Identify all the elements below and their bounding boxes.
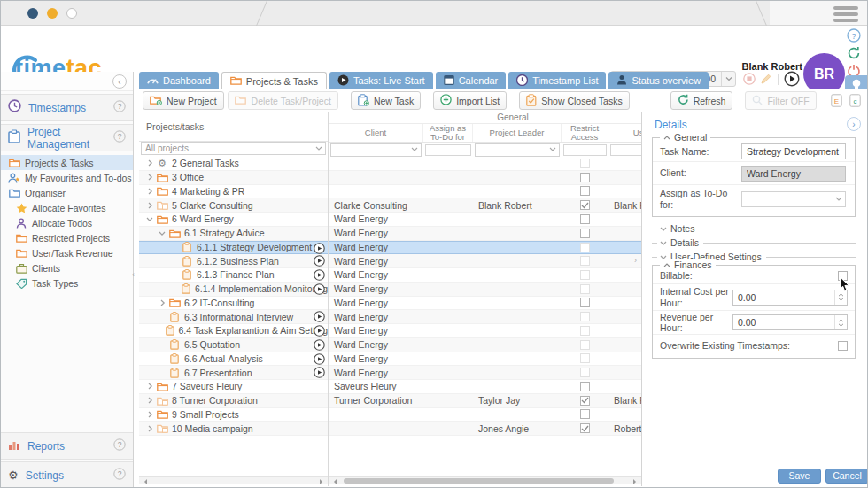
grid-row[interactable]: Ward Energy xyxy=(329,338,641,352)
spinner-arrows-icon[interactable] xyxy=(834,290,847,305)
sidebar-divider-collapse-icon[interactable]: ‹ xyxy=(132,270,135,279)
task-name-input[interactable] xyxy=(741,143,846,159)
tree-row[interactable]: 10 Media campaign xyxy=(139,422,328,436)
tree-row[interactable]: 5 Clarke Consulting xyxy=(139,198,328,213)
restrict-access-checkbox[interactable] xyxy=(580,186,590,196)
details-collapse-button[interactable]: › xyxy=(847,117,861,131)
tree-row[interactable]: 6.1.2 Business Plan xyxy=(139,254,328,268)
tree-row[interactable]: 6.6 Actual-Analysis xyxy=(139,352,328,367)
help-circle-icon[interactable]: ? xyxy=(113,468,126,484)
grid-row[interactable]: Ward Energy xyxy=(329,366,641,380)
task-play-button[interactable] xyxy=(314,339,325,351)
tree-row[interactable]: 6.7 Presentation xyxy=(139,366,328,380)
tree-row[interactable]: 6.1.1 Strategy Development xyxy=(139,241,328,255)
sidebar-item-my-favourites-and-to-dos[interactable]: My Favourites and To-dos xyxy=(1,170,133,185)
chevron-right-icon[interactable] xyxy=(144,174,155,181)
tab-timestamp-list[interactable]: Timestamp List xyxy=(508,72,606,89)
chevron-right-icon[interactable] xyxy=(157,299,167,306)
leader-filter-select[interactable] xyxy=(475,143,560,157)
sidebar-item-clients[interactable]: Clients xyxy=(1,260,133,275)
chevron-down-icon[interactable] xyxy=(157,230,167,236)
restrict-filter-input[interactable] xyxy=(563,144,607,156)
restrict-access-checkbox[interactable] xyxy=(580,200,590,210)
column-header-project-leader[interactable]: Project Leader xyxy=(473,124,562,142)
task-play-button[interactable] xyxy=(314,243,325,254)
tree-row[interactable]: 6.4 Task Explanantion & Aim Setting xyxy=(139,324,328,338)
overwrite-timestamps-checkbox[interactable] xyxy=(838,341,848,351)
task-play-button[interactable] xyxy=(314,283,325,295)
tree-row[interactable]: 7 Saveurs Fleury xyxy=(139,380,328,394)
grid-row[interactable]: Ward Energy xyxy=(329,213,641,227)
grid-row[interactable]: Ward Energy xyxy=(329,324,641,338)
details-section-details[interactable]: Details xyxy=(652,236,856,249)
grid-row[interactable]: Ward Energy xyxy=(329,241,641,255)
help-circle-icon[interactable]: ? xyxy=(113,100,126,116)
chevron-right-icon[interactable] xyxy=(144,411,155,418)
import-list-button[interactable]: Import List xyxy=(433,91,507,110)
task-play-button[interactable] xyxy=(314,311,325,322)
grid-row[interactable]: Turner CorporationTaylor JayBlank Rob xyxy=(329,394,641,408)
projects-filter-select[interactable]: All projects xyxy=(141,142,326,155)
help-icon[interactable]: ? xyxy=(847,28,861,43)
sidebar-item-restricted-projects[interactable]: Restricted Projects xyxy=(1,230,133,245)
tree-row[interactable]: 6.1 Strategy Advice xyxy=(139,227,328,241)
export-excel-icon[interactable]: E xyxy=(829,91,844,110)
grid-row[interactable]: Ward Energy xyxy=(329,310,641,324)
restrict-access-checkbox[interactable] xyxy=(580,173,590,182)
chevron-right-icon[interactable] xyxy=(144,159,155,167)
finances-legend[interactable]: Finances xyxy=(660,259,716,270)
grid-row[interactable]: Ward Energy xyxy=(329,297,641,311)
restrict-access-checkbox[interactable] xyxy=(580,423,590,433)
grid-row[interactable]: Ward Energy xyxy=(329,268,641,283)
tab-projects-tasks[interactable]: Projects & Tasks xyxy=(221,72,327,89)
tree-row[interactable]: 3 Office xyxy=(139,171,328,185)
restrict-access-checkbox[interactable] xyxy=(580,298,590,307)
filter-button[interactable]: Filter OFF xyxy=(745,91,816,110)
window-dot-3[interactable] xyxy=(66,8,77,19)
sidebar-item-organiser[interactable]: Organiser xyxy=(1,185,133,200)
grid-row[interactable] xyxy=(329,185,641,199)
tree-row[interactable]: 9 Small Projects xyxy=(139,408,328,422)
sidebar-section-reports[interactable]: Reports ? xyxy=(1,432,133,460)
tree-row[interactable]: 6 Ward Energy xyxy=(139,213,328,227)
grid-horizontal-scrollbar[interactable] xyxy=(329,476,641,484)
grid-row[interactable] xyxy=(329,171,641,185)
assign-filter-input[interactable] xyxy=(425,144,471,156)
column-header-user-access[interactable]: User/t Acc xyxy=(608,124,641,142)
tree-row[interactable]: 6.1.4 Implementation Monitoring xyxy=(139,283,328,297)
general-legend[interactable]: General xyxy=(660,132,710,143)
column-header-assign[interactable]: Assign as To-Do for xyxy=(423,124,473,142)
help-circle-icon[interactable]: ? xyxy=(113,130,126,146)
export-csv-icon[interactable]: c xyxy=(848,91,863,110)
tree-row[interactable]: 6.2 IT-Consulting xyxy=(139,297,328,311)
revenue-spinner[interactable]: 0.00 xyxy=(732,314,848,330)
sidebar-item-task-types[interactable]: Task Types xyxy=(1,275,133,290)
grid-row[interactable]: Ward Energy xyxy=(329,254,641,268)
window-dot-2[interactable] xyxy=(47,8,58,19)
cancel-button[interactable]: Cancel xyxy=(825,469,868,484)
sidebar-item-user-task-revenue[interactable]: User/Task Revenue xyxy=(1,245,133,260)
sidebar-item-allocate-todos[interactable]: Allocate Todos xyxy=(1,215,133,230)
restrict-access-checkbox[interactable] xyxy=(580,409,590,419)
column-header-restrict-access[interactable]: Restrict Access xyxy=(562,124,608,142)
sidebar-item-projects-tasks[interactable]: Projects & Tasks xyxy=(1,155,133,170)
restrict-access-checkbox[interactable] xyxy=(580,382,590,391)
sidebar-section-settings[interactable]: ⚙ Settings ? xyxy=(1,461,133,488)
sidebar-item-allocate-favorites[interactable]: Allocate Favorites xyxy=(1,200,133,215)
tree-row[interactable]: 8 Turner Corporation xyxy=(139,394,328,408)
task-play-button[interactable] xyxy=(314,353,325,365)
tree-row[interactable]: 4 Marketing & PR xyxy=(139,185,328,199)
tab-tasks-live-start[interactable]: Tasks: Live Start xyxy=(329,72,433,89)
user-filter-input[interactable] xyxy=(610,144,641,156)
chevron-right-icon[interactable] xyxy=(144,397,155,404)
task-play-button[interactable] xyxy=(314,269,325,281)
help-circle-icon[interactable]: ? xyxy=(113,438,126,454)
save-button[interactable]: Save xyxy=(778,469,821,484)
new-task-button[interactable]: New Task xyxy=(351,91,421,110)
restrict-access-checkbox[interactable] xyxy=(580,229,590,238)
task-play-button[interactable] xyxy=(314,255,325,267)
tab-dashboard[interactable]: Dashboard xyxy=(139,72,219,89)
restrict-access-checkbox[interactable] xyxy=(580,396,590,406)
tree-row[interactable]: 6.1.3 Finance Plan xyxy=(139,268,328,283)
chevron-right-icon[interactable] xyxy=(144,202,155,209)
